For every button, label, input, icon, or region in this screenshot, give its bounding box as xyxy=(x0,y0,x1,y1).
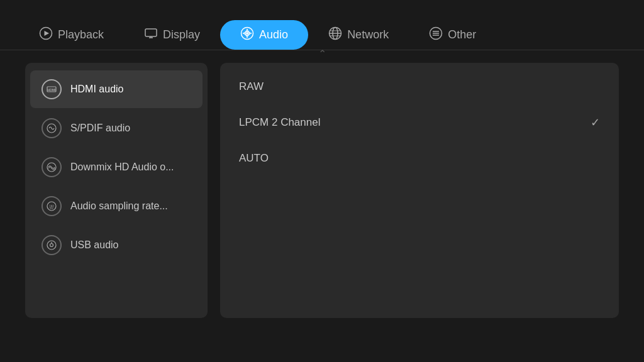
sampling-icon: 192KHz xyxy=(42,196,62,216)
other-tab-label: Other xyxy=(448,28,476,41)
hdmi-icon: HDMI xyxy=(42,79,62,99)
svg-text:KHz: KHz xyxy=(50,207,53,210)
playback-tab-icon xyxy=(39,26,53,43)
tab-playback[interactable]: Playback xyxy=(19,20,124,50)
spdif-icon xyxy=(42,118,62,138)
menu-item-downmix[interactable]: Downmix HD Audio o... xyxy=(30,148,203,186)
header: PlaybackDisplayAudioNetworkOther xyxy=(0,0,644,50)
tab-display[interactable]: Display xyxy=(124,20,220,50)
display-tab-label: Display xyxy=(163,28,200,41)
audio-tab-icon xyxy=(240,26,254,43)
svg-marker-1 xyxy=(45,31,50,36)
usb-icon xyxy=(42,235,62,255)
audio-tab-label: Audio xyxy=(259,28,288,41)
option-raw[interactable]: RAW xyxy=(220,69,619,104)
menu-item-usb[interactable]: USB audio xyxy=(30,226,203,264)
network-tab-label: Network xyxy=(347,28,389,41)
downmix-label: Downmix HD Audio o... xyxy=(70,162,174,173)
hdmi-label: HDMI audio xyxy=(70,84,123,95)
svg-rect-2 xyxy=(145,29,157,36)
tab-other[interactable]: Other xyxy=(409,20,496,50)
divider-arrow: ⌃ xyxy=(318,49,326,59)
svg-point-24 xyxy=(50,244,53,247)
menu-item-hdmi[interactable]: HDMIHDMI audio xyxy=(30,70,203,108)
display-tab-icon xyxy=(144,26,158,43)
other-tab-icon xyxy=(429,26,443,43)
tab-divider: ⌃ xyxy=(0,50,644,50)
check-icon: ✓ xyxy=(591,116,600,129)
tab-audio[interactable]: Audio xyxy=(220,20,308,50)
main-content: HDMIHDMI audioS/PDIF audioDownmix HD Aud… xyxy=(0,50,644,331)
right-panel: RAWLPCM 2 Channel✓AUTO xyxy=(220,63,619,318)
network-tab-icon xyxy=(328,26,342,43)
option-auto[interactable]: AUTO xyxy=(220,141,619,176)
nav-tabs: PlaybackDisplayAudioNetworkOther xyxy=(19,20,625,50)
option-lpcm[interactable]: LPCM 2 Channel✓ xyxy=(220,104,619,141)
menu-item-spdif[interactable]: S/PDIF audio xyxy=(30,109,203,147)
menu-item-sampling[interactable]: 192KHzAudio sampling rate... xyxy=(30,187,203,225)
raw-label: RAW xyxy=(239,80,264,93)
left-panel: HDMIHDMI audioS/PDIF audioDownmix HD Aud… xyxy=(25,63,208,318)
sampling-label: Audio sampling rate... xyxy=(70,200,168,212)
tab-network[interactable]: Network xyxy=(308,20,409,50)
spdif-label: S/PDIF audio xyxy=(70,123,130,134)
playback-tab-label: Playback xyxy=(58,28,104,41)
auto-label: AUTO xyxy=(239,152,269,165)
svg-text:HDMI: HDMI xyxy=(48,88,56,92)
lpcm-label: LPCM 2 Channel xyxy=(239,116,320,129)
downmix-icon xyxy=(42,157,62,177)
usb-label: USB audio xyxy=(70,239,119,251)
